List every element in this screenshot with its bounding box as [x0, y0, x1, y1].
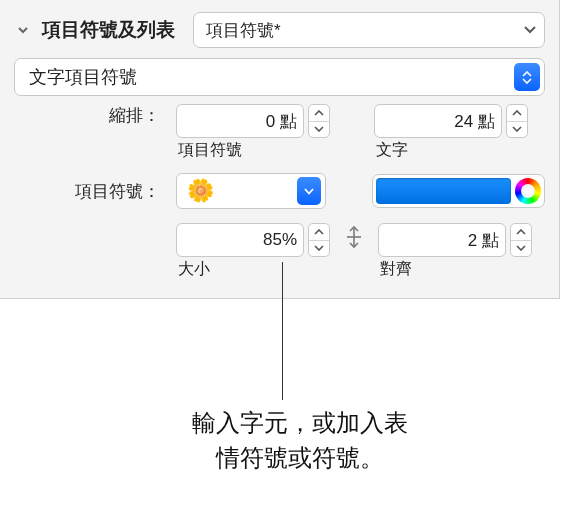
chevron-down-icon	[518, 26, 536, 34]
baseline-icon	[340, 223, 368, 251]
stepper-down-icon	[511, 241, 531, 257]
text-indent-stepper[interactable]	[506, 104, 528, 138]
bullet-indent-value: 0 點	[187, 110, 297, 133]
align-stepper[interactable]	[510, 223, 532, 257]
bullet-type-select[interactable]: 文字項目符號	[14, 58, 545, 96]
stepper-up-icon	[309, 105, 329, 122]
bullet-color-well[interactable]	[372, 174, 545, 208]
bullet-type-row: 文字項目符號	[14, 58, 545, 96]
text-indent-value: 24 點	[385, 110, 495, 133]
bullet-indent-caption: 項目符號	[176, 140, 330, 161]
stepper-down-icon	[309, 241, 329, 257]
text-indent-col: 24 點 文字	[374, 104, 528, 161]
bullet-char-select[interactable]: 🌼	[176, 173, 326, 209]
indent-label: 縮排：	[14, 104, 166, 127]
bullet-type-value: 文字項目符號	[29, 65, 514, 89]
bullets-lists-panel: 項目符號及列表 項目符號* 文字項目符號 縮排： 0 點	[0, 0, 560, 299]
size-value: 85%	[187, 230, 297, 250]
align-caption: 對齊	[378, 259, 532, 280]
stepper-down-icon	[309, 122, 329, 138]
align-col: 2 點 對齊	[378, 223, 532, 280]
stepper-up-icon	[507, 105, 527, 122]
dropdown-icon	[297, 177, 321, 205]
stepper-up-icon	[511, 224, 531, 241]
disclosure-triangle[interactable]	[14, 21, 32, 39]
bullet-indent-col: 0 點 項目符號	[176, 104, 330, 161]
popup-button-icon	[514, 63, 540, 91]
color-swatch	[376, 178, 511, 204]
bullet-emoji: 🌼	[187, 178, 297, 204]
align-value: 2 點	[389, 229, 499, 252]
bullet-indent-field[interactable]: 0 點	[176, 104, 304, 138]
bullet-char-row: 項目符號： 🌼	[14, 173, 545, 209]
stepper-up-icon	[309, 224, 329, 241]
callout-line1: 輸入字元，或加入表	[192, 409, 408, 436]
indent-row: 縮排： 0 點 項目符號 24 點	[14, 104, 545, 161]
text-indent-field[interactable]: 24 點	[374, 104, 502, 138]
stepper-down-icon	[507, 122, 527, 138]
size-align-row: 85% 大小 2 點	[14, 223, 545, 280]
text-indent-caption: 文字	[374, 140, 528, 161]
bullet-indent-stepper[interactable]	[308, 104, 330, 138]
size-col: 85% 大小	[176, 223, 330, 280]
bullet-char-label: 項目符號：	[14, 180, 166, 203]
callout-leader-line	[282, 262, 283, 400]
section-title: 項目符號及列表	[42, 17, 175, 43]
callout-line2: 情符號或符號。	[216, 444, 384, 471]
list-style-value: 項目符號*	[206, 19, 518, 42]
color-wheel-icon[interactable]	[515, 178, 541, 204]
callout-text: 輸入字元，或加入表 情符號或符號。	[110, 406, 490, 476]
list-style-select[interactable]: 項目符號*	[193, 12, 545, 48]
size-field[interactable]: 85%	[176, 223, 304, 257]
size-caption: 大小	[176, 259, 330, 280]
size-stepper[interactable]	[308, 223, 330, 257]
header-row: 項目符號及列表 項目符號*	[14, 12, 545, 48]
align-field[interactable]: 2 點	[378, 223, 506, 257]
